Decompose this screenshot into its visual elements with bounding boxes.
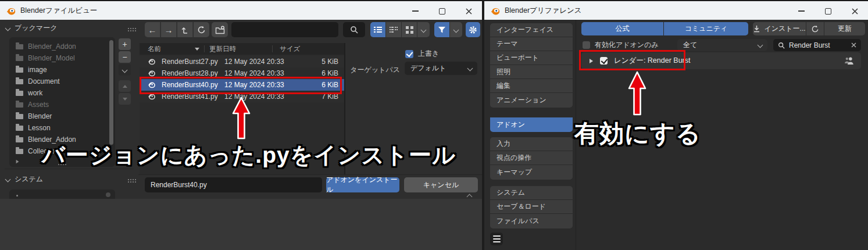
bookmarks-header[interactable]: ブックマーク xyxy=(6,23,133,33)
prefs-menu-button[interactable] xyxy=(490,233,503,245)
clear-search-icon[interactable] xyxy=(851,42,856,48)
maximize-button[interactable] xyxy=(815,2,841,20)
new-folder-button[interactable] xyxy=(212,22,228,37)
bookmark-label: Blender xyxy=(28,112,52,120)
target-path-dropdown[interactable]: デフォルト xyxy=(405,62,477,75)
category-dropdown[interactable]: 全て xyxy=(677,39,767,51)
enabled-only-option[interactable]: 有効化アドオンのみ xyxy=(583,40,659,50)
move-bookmark-down-button[interactable] xyxy=(119,93,131,105)
view-thumbnail-button[interactable] xyxy=(402,22,417,37)
drag-handle-icon[interactable] xyxy=(128,179,129,180)
file-view-titlebar[interactable]: Blenderファイルビュー xyxy=(0,0,482,20)
category-value: 全て xyxy=(683,40,697,50)
maximize-icon xyxy=(439,8,445,15)
update-button[interactable]: 更新 xyxy=(824,22,865,35)
tab-official[interactable]: 公式 xyxy=(581,22,663,35)
blender-logo-icon xyxy=(6,6,16,16)
parent-directory-button[interactable] xyxy=(177,22,193,37)
view-horizontal-list-button[interactable] xyxy=(386,22,401,37)
preferences-titlebar[interactable]: Blenderプリファレンス xyxy=(484,0,868,20)
tab-themes[interactable]: テーマ xyxy=(490,37,573,51)
file-row[interactable]: RenderBurst27.py 12 May 2024 20:33 5 KiB xyxy=(140,56,344,67)
bookmark-item[interactable]: Blender_Model xyxy=(9,52,115,64)
bookmark-item[interactable]: Document xyxy=(9,76,115,87)
column-divider[interactable] xyxy=(204,45,205,52)
bookmark-item[interactable]: Blender xyxy=(9,110,115,122)
tab-viewport[interactable]: ビューポート xyxy=(490,51,573,65)
overwrite-option[interactable]: 上書き xyxy=(405,49,439,59)
minimize-icon xyxy=(412,10,419,12)
column-header-date[interactable]: 更新日時 xyxy=(209,45,236,53)
minimize-button[interactable] xyxy=(788,2,815,20)
cancel-button[interactable]: キャンセル xyxy=(404,177,478,192)
chevron-up-icon[interactable] xyxy=(467,194,473,200)
tab-save-load[interactable]: セーブ＆ロード xyxy=(490,200,573,214)
bookmarks-scrollbar[interactable] xyxy=(109,40,113,145)
triangle-down-icon xyxy=(123,98,127,101)
filter-button[interactable] xyxy=(434,22,449,37)
column-header-name[interactable]: 名前 xyxy=(148,45,161,53)
filename-filter-input[interactable] xyxy=(231,22,338,37)
minimize-button[interactable] xyxy=(402,2,428,20)
bookmark-item[interactable]: Assets xyxy=(9,99,115,110)
tab-keymap[interactable]: キーマップ xyxy=(490,165,573,180)
target-path-value: デフォルト xyxy=(410,63,446,73)
tab-interface[interactable]: インターフェイス xyxy=(490,23,573,37)
view-options-dropdown[interactable] xyxy=(417,22,430,37)
checkbox-checked-icon[interactable] xyxy=(405,50,413,58)
sort-descending-icon[interactable] xyxy=(195,48,199,51)
detail-list-view-icon xyxy=(390,26,398,33)
refresh-addons-button[interactable] xyxy=(806,22,824,35)
tab-community[interactable]: コミュニティ xyxy=(664,22,748,35)
settings-button[interactable] xyxy=(466,22,480,37)
bookmark-item[interactable]: image xyxy=(9,64,115,76)
maximize-button[interactable] xyxy=(428,2,455,20)
install-addon-button[interactable]: アドオンをインストール xyxy=(326,177,399,192)
bookmark-item[interactable]: work xyxy=(9,87,115,99)
bookmark-item[interactable]: Lesson xyxy=(9,122,115,134)
eject-icon[interactable] xyxy=(106,192,110,197)
filename-input[interactable]: RenderBurst40.py xyxy=(145,177,322,192)
file-name: RenderBurst28.py xyxy=(162,69,218,77)
close-button[interactable] xyxy=(455,2,482,20)
tab-file-paths[interactable]: ファイルパス xyxy=(490,214,573,228)
tab-animation[interactable]: アニメーション xyxy=(490,93,573,108)
checkbox-unchecked-icon[interactable] xyxy=(583,41,590,49)
move-bookmark-up-button[interactable] xyxy=(119,80,131,92)
tab-editing[interactable]: 編集 xyxy=(490,79,573,93)
install-button[interactable]: インストー... xyxy=(753,22,806,35)
remove-bookmark-button[interactable]: − xyxy=(119,51,131,63)
folder-icon xyxy=(16,126,23,131)
bookmark-item[interactable]: Blender_Addon xyxy=(9,41,115,52)
file-name: RenderBurst27.py xyxy=(162,58,218,66)
screenshot-stage: Blenderファイルビュー ブックマーク Blender_Addon xyxy=(0,0,868,250)
drag-handle-icon[interactable] xyxy=(128,28,129,29)
file-date: 12 May 2024 20:33 xyxy=(224,69,284,77)
view-vertical-list-button[interactable] xyxy=(370,22,385,37)
folder-icon xyxy=(16,79,23,84)
cancel-label: キャンセル xyxy=(423,180,459,190)
tab-input[interactable]: 入力 xyxy=(490,137,573,151)
bookmark-label: work xyxy=(28,89,42,97)
chevron-down-icon xyxy=(421,27,427,33)
blender-logo-icon xyxy=(490,6,500,16)
refresh-button[interactable] xyxy=(194,22,209,37)
system-header[interactable]: システム xyxy=(6,174,133,184)
tab-navigation[interactable]: 視点の操作 xyxy=(490,151,573,165)
forward-button[interactable]: → xyxy=(161,22,177,37)
filter-options-dropdown[interactable] xyxy=(450,22,462,37)
tab-addons[interactable]: アドオン xyxy=(490,117,573,132)
close-button[interactable] xyxy=(841,2,868,20)
addon-search-input[interactable]: Render Burst xyxy=(773,39,861,51)
highlight-box-selected-file xyxy=(140,77,342,94)
add-bookmark-button[interactable]: + xyxy=(119,38,131,50)
back-button[interactable]: ← xyxy=(145,22,160,37)
tab-lights[interactable]: 照明 xyxy=(490,65,573,79)
tab-system[interactable]: システム xyxy=(490,186,573,200)
arrow-up-icon xyxy=(181,26,189,34)
filename-value: RenderBurst40.py xyxy=(151,181,207,189)
bookmark-options-button[interactable] xyxy=(119,64,131,76)
search-button[interactable] xyxy=(343,22,365,37)
column-header-size[interactable]: サイズ xyxy=(280,45,300,53)
column-divider[interactable] xyxy=(272,45,273,52)
